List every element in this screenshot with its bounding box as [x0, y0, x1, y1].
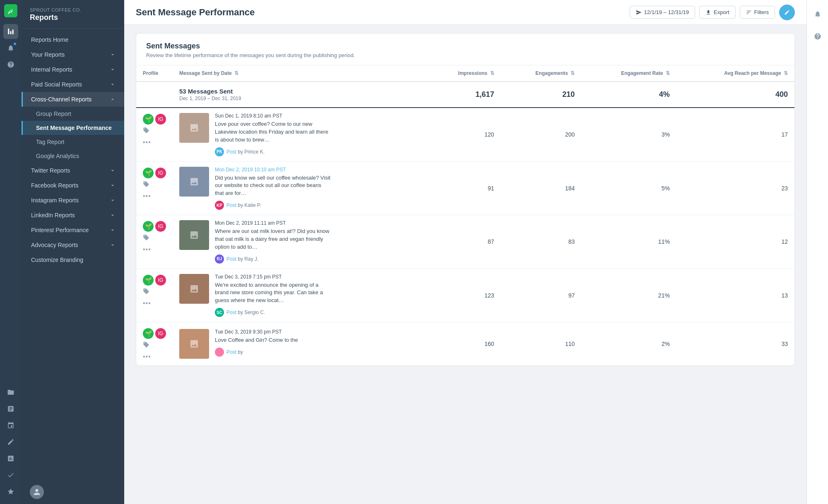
message-cell: Mon Dec 2, 2019 11:11 am PST Where are o…	[173, 215, 425, 269]
message-cell: Mon Dec 2, 2019 10:10 am PST Did you kno…	[173, 161, 425, 215]
author-avatar: KP	[215, 201, 224, 210]
sidebar-sub-item-tag-report[interactable]: Tag Report	[22, 135, 124, 149]
sidebar-sub-item-google-analytics[interactable]: Google Analytics	[22, 149, 124, 163]
sidebar-item-pinterest[interactable]: Pinterest Performance	[22, 223, 124, 238]
sidebar-sub-item-sent-message[interactable]: Sent Message Performance	[22, 121, 124, 135]
message-author: KP Post by Katie P.	[215, 201, 331, 210]
instagram-icon: IG	[155, 221, 166, 232]
sort-impressions-icon[interactable]: ⇅	[490, 70, 494, 76]
right-panel-notifications[interactable]	[810, 7, 825, 22]
sprout-icon: 🌱	[143, 114, 154, 125]
instagram-icon: IG	[155, 328, 166, 339]
date-range-button[interactable]: 12/1/19 – 12/31/19	[630, 6, 695, 19]
right-panel-help[interactable]	[810, 29, 825, 44]
msg-engagement_rate: 5%	[581, 161, 676, 215]
sidebar-item-internal-reports[interactable]: Internal Reports	[22, 62, 124, 77]
table-body: 53 Messages Sent Dec 1, 2019 – Dec 31, 2…	[136, 82, 794, 365]
sprout-icon: 🌱	[143, 275, 154, 286]
nav-tasks-icon[interactable]	[3, 468, 18, 482]
post-link[interactable]: Post	[226, 256, 236, 262]
message-date: Sun Dec 1, 2019 8:10 am PST	[215, 113, 331, 119]
col-message: Message Sent by Date ⇅	[173, 65, 425, 82]
author-label: Post by Ray J.	[226, 256, 258, 262]
tag-icon[interactable]	[143, 234, 166, 242]
summary-impressions: 1,617	[425, 82, 501, 108]
col-engagement-rate: Engagement Rate ⇅	[581, 65, 676, 82]
chevron-down-icon	[109, 167, 116, 174]
msg-engagements: 184	[501, 161, 582, 215]
sidebar-item-reports-home[interactable]: Reports Home	[22, 32, 124, 47]
post-link[interactable]: Post	[226, 349, 236, 355]
filters-button[interactable]: Filters	[740, 6, 775, 19]
tag-icon[interactable]	[143, 181, 166, 189]
user-avatar[interactable]	[30, 485, 44, 499]
more-options[interactable]: •••	[143, 300, 166, 307]
sidebar-item-facebook[interactable]: Facebook Reports	[22, 178, 124, 193]
nav-compose-icon[interactable]	[3, 434, 18, 449]
msg-engagement_rate: 3%	[581, 108, 676, 161]
message-content: Mon Dec 2, 2019 11:11 am PST Where are o…	[179, 220, 419, 264]
message-text-block: Sun Dec 1, 2019 8:10 am PST Love pour ov…	[215, 113, 331, 156]
col-impressions: Impressions ⇅	[425, 65, 501, 82]
post-link[interactable]: Post	[226, 310, 236, 315]
sidebar-item-linkedin[interactable]: LinkedIn Reports	[22, 208, 124, 223]
msg-impressions: 120	[425, 108, 501, 161]
chevron-down-icon	[109, 182, 116, 189]
nav-reports-icon[interactable]	[3, 24, 18, 39]
instagram-icon: IG	[155, 114, 166, 125]
chevron-down-icon	[109, 66, 116, 73]
message-cell: Sun Dec 1, 2019 8:10 am PST Love pour ov…	[173, 108, 425, 161]
message-text-block: Tue Dec 3, 2019 9:30 pm PST Love Coffee …	[215, 329, 298, 357]
msg-engagement_rate: 2%	[581, 322, 676, 366]
sidebar-item-paid-social[interactable]: Paid Social Reports	[22, 77, 124, 92]
sidebar-item-instagram[interactable]: Instagram Reports	[22, 193, 124, 208]
nav-inbox-icon[interactable]	[3, 401, 18, 416]
nav-analytics-icon[interactable]	[3, 451, 18, 466]
sidebar-item-advocacy[interactable]: Advocacy Reports	[22, 238, 124, 252]
msg-impressions: 160	[425, 322, 501, 366]
nav-star-icon[interactable]	[3, 484, 18, 499]
message-body: Love pour over coffee? Come to our new L…	[215, 120, 331, 144]
nav-pin-icon[interactable]	[3, 418, 18, 433]
more-options[interactable]: •••	[143, 139, 166, 146]
nav-help-icon[interactable]	[3, 57, 18, 72]
message-thumbnail	[179, 113, 209, 143]
author-label: Post by Katie P.	[226, 202, 261, 208]
table-row: 🌱 IG ••• Mon Dec 2, 2019 11:11 am PST Wh…	[136, 215, 794, 269]
sort-reach-icon[interactable]: ⇅	[784, 70, 788, 76]
col-engagements: Engagements ⇅	[501, 65, 582, 82]
post-link[interactable]: Post	[226, 149, 236, 155]
nav-folder-icon[interactable]	[3, 385, 18, 400]
sort-engagements-icon[interactable]: ⇅	[570, 70, 575, 76]
table-header-row: Profile Message Sent by Date ⇅ Impressio…	[136, 65, 794, 82]
messages-table: Profile Message Sent by Date ⇅ Impressio…	[136, 65, 794, 365]
author-label: Post by Prince K.	[226, 149, 265, 155]
tag-icon[interactable]	[143, 127, 166, 135]
message-thumbnail	[179, 329, 209, 359]
export-button[interactable]: Export	[699, 6, 736, 19]
more-options[interactable]: •••	[143, 246, 166, 253]
create-button[interactable]	[779, 5, 795, 20]
message-cell: Tue Dec 3, 2019 9:30 pm PST Love Coffee …	[173, 322, 425, 366]
message-author: PK Post by Prince K.	[215, 147, 331, 156]
author-avatar: PK	[215, 147, 224, 156]
summary-date: Dec 1, 2019 – Dec 31, 2019	[179, 96, 419, 101]
nav-notifications-icon[interactable]	[3, 41, 18, 55]
summary-count: 53 Messages Sent	[179, 88, 419, 95]
tag-icon[interactable]	[143, 288, 166, 296]
sidebar-item-your-reports[interactable]: Your Reports	[22, 47, 124, 62]
sort-rate-icon[interactable]: ⇅	[666, 70, 670, 76]
sidebar-item-customize-branding[interactable]: Customize Branding	[22, 252, 124, 267]
more-options[interactable]: •••	[143, 353, 166, 360]
message-date[interactable]: Mon Dec 2, 2019 10:10 am PST	[215, 167, 331, 173]
sort-icon[interactable]: ⇅	[234, 70, 238, 76]
tag-icon[interactable]	[143, 341, 166, 350]
sidebar-item-twitter[interactable]: Twitter Reports	[22, 163, 124, 178]
sidebar-item-cross-channel[interactable]: Cross-Channel Reports	[22, 92, 124, 107]
more-options[interactable]: •••	[143, 192, 166, 200]
profile-icons: 🌱 IG	[143, 114, 166, 125]
author-avatar	[215, 348, 224, 357]
sidebar-sub-item-group-report[interactable]: Group Report	[22, 107, 124, 121]
post-link[interactable]: Post	[226, 202, 236, 208]
date-range-label: 12/1/19 – 12/31/19	[644, 9, 689, 15]
